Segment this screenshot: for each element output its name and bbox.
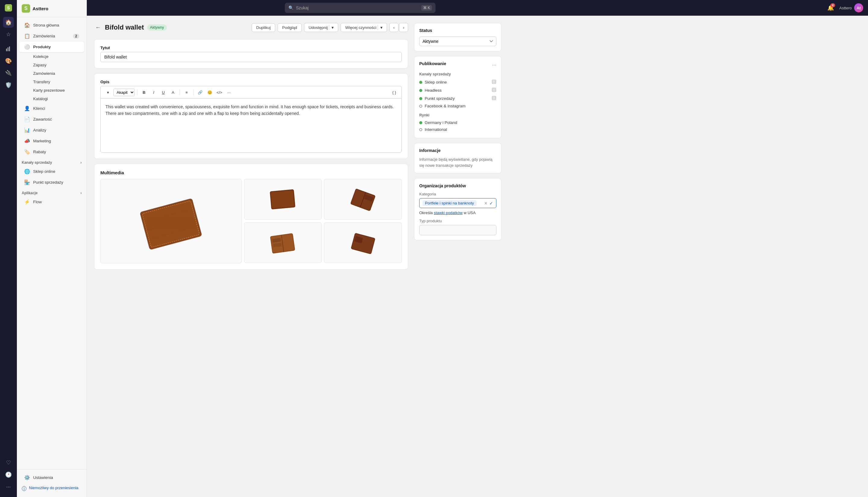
sidebar-item-sklep-online[interactable]: 🌐 Sklep online [19,166,84,177]
plugin-icon[interactable]: 🔌 [3,68,14,79]
kategoria-confirm-button[interactable]: ✓ [489,201,493,206]
tax-link[interactable]: stawki podatków [434,211,462,215]
description-editor[interactable]: This wallet was created with convenience… [100,98,402,153]
editor-toolbar: ▾ Akapit B I U A ≡ 🔗 😊 [100,86,402,98]
theme-icon[interactable]: 🎨 [3,56,14,66]
wallet-main-svg [135,185,207,257]
share-dropdown-icon[interactable]: ▾ [329,25,334,30]
sidebar-logo[interactable]: S Asttero [22,4,48,13]
sidebar-item-rabaty[interactable]: 🏷️ Rabaty [19,146,84,157]
channel-facebook-instagram: Facebook & Instagram [419,102,496,110]
markets-sub-title: Rynki [419,113,496,117]
search-bar[interactable]: 🔍 Szukaj ⌘ K [285,3,436,13]
sidebar-item-flow[interactable]: ⚡ Flow [19,197,84,207]
channel-settings-punkt[interactable] [491,96,496,101]
analytics-icon[interactable] [3,43,14,54]
sidebar-sub-transfery[interactable]: Transfery [19,78,84,86]
paragraph-format-select[interactable]: Akapit [113,89,135,96]
share-button[interactable]: Udostępnij ▾ [304,23,338,32]
format-arrow-icon: ▾ [107,90,109,95]
prev-product-button[interactable]: ‹ [389,23,398,32]
content-main: ← Bifold wallet Aktywny Duplikuj Podgląd… [94,23,408,270]
online-store-icon: 🌐 [24,169,30,174]
sidebar-label-strona-glowna: Strona główna [33,23,59,27]
channel-settings-sklep[interactable] [491,79,496,85]
sidebar-item-strona-glowna[interactable]: 🏠 Strona główna [19,20,84,30]
avatar: At [854,3,863,12]
media-main-image[interactable] [100,179,242,263]
link-button[interactable]: 🔗 [196,88,204,97]
text-color-button[interactable]: A [169,88,177,97]
status-select[interactable]: Aktywne Wersja robocza [419,37,496,46]
more-dots-icon[interactable]: ··· [3,481,14,492]
tax-note: Określa stawki podatków w USA [419,211,496,215]
shield-icon[interactable]: 🛡️ [3,80,14,90]
home-nav-icon: 🏠 [24,22,30,28]
preview-button[interactable]: Podgląd [278,23,302,32]
sidebar-item-klienci[interactable]: 👤 Klienci [19,103,84,114]
channel-settings-headless[interactable] [491,87,496,93]
sidebar-warning-item[interactable]: ⓘ Niemożliwy do przeniesienia [17,483,87,495]
sidebar-item-zawartosc[interactable]: 📄 Zawartość [19,114,84,125]
share-label: Udostępnij [309,25,328,30]
emoji-button[interactable]: 😊 [206,88,214,97]
align-button[interactable]: ≡ [182,88,191,97]
duplicate-button[interactable]: Duplikuj [252,23,275,32]
format-select-button[interactable]: ▾ [104,88,112,97]
sidebar-item-punkt-sprzedazy[interactable]: 🏪 Punkt sprzedaży [19,177,84,188]
sidebar-item-zamowienia[interactable]: 📋 Zamówienia 2 [19,31,84,41]
channel-label-sklep: Sklep online [425,80,447,84]
code-button[interactable]: </> [215,88,224,97]
sidebar-item-ustawienia[interactable]: ⚙️ Ustawienia [19,472,84,483]
sidebar-sub-zamowienia[interactable]: Zamówienia [19,69,84,77]
heart-icon[interactable]: ♡ [3,457,14,468]
source-button[interactable]: { } [390,88,398,97]
kategoria-clear-button[interactable]: ✕ [484,201,488,206]
media-thumb-2[interactable] [324,179,402,219]
title-input[interactable] [100,52,402,62]
notifications-button[interactable]: 🔔 4 [825,3,836,13]
bold-button[interactable]: B [140,88,148,97]
informacje-title: Informacje [419,148,496,153]
channels-section-label: Kanały sprzedaży › [17,157,87,166]
sidebar-nav: 🏠 Strona główna 📋 Zamówienia 2 ⚪ Produkt… [17,17,87,469]
apps-expand-icon[interactable]: › [80,191,82,195]
content-inner: ← Bifold wallet Aktywny Duplikuj Podgląd… [87,16,509,277]
svg-rect-28 [492,88,496,92]
media-thumb-1[interactable] [244,179,322,219]
flow-app-icon: ⚡ [24,199,30,205]
page-title: Bifold wallet [105,24,144,31]
back-button[interactable]: ← [94,23,102,32]
typ-input[interactable] [419,225,496,235]
sidebar-sub-karty-prezentowe[interactable]: Karty prezentowe [19,86,84,95]
sidebar-item-analizy[interactable]: 📊 Analizy [19,125,84,136]
channels-label: Kanały sprzedaży [22,160,52,165]
more-actions-button[interactable]: Więcej czynności ▾ [341,23,387,32]
more-toolbar-button[interactable]: ··· [225,88,233,97]
underline-button[interactable]: U [159,88,167,97]
media-thumb-4[interactable] [324,222,402,263]
main-area: 🔍 Szukaj ⌘ K 🔔 4 Asttero At [87,0,868,497]
analytics-nav-icon: 📊 [24,127,30,133]
svg-rect-3 [8,47,9,51]
next-product-button[interactable]: › [399,23,408,32]
channel-dot-green-1 [419,81,422,84]
channels-expand-icon[interactable]: › [80,160,82,165]
sidebar-sub-zapasy[interactable]: Zapasy [19,61,84,69]
sidebar-sub-kolekcje[interactable]: Kolekcje [19,53,84,61]
shopify-logo-icon[interactable]: S [3,2,14,13]
sidebar-sub-katalogi[interactable]: Katalogi [19,95,84,103]
toolbar-divider-3 [193,89,193,95]
pub-more-button[interactable]: ··· [492,62,496,68]
user-menu-button[interactable]: Asttero At [839,3,863,12]
publication-card: Publikowanie ··· Kanały sprzedaży Sklep … [414,56,501,138]
italic-button[interactable]: I [149,88,158,97]
media-thumb-3[interactable] [244,222,322,263]
more-dropdown-icon[interactable]: ▾ [378,25,382,30]
home-icon[interactable]: 🏠 [3,17,14,28]
sidebar-item-produkty[interactable]: ⚪ Produkty [19,42,84,52]
sidebar-item-marketing[interactable]: 📣 Marketing [19,136,84,146]
kategoria-field: Portfele i spinki na banknoty ✕ ✓ [419,198,496,208]
star-icon[interactable]: ☆ [3,29,14,40]
clock-icon[interactable]: 🕐 [3,469,14,480]
